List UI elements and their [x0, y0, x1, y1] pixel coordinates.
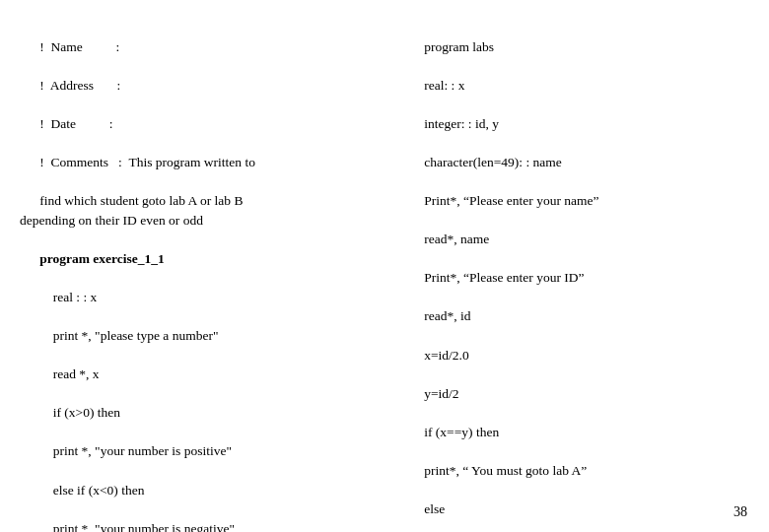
left-column: ! Name : ! Address : ! Date : ! Comments… — [20, 18, 394, 514]
right-line-5: Print*, “Please enter your name” — [424, 193, 598, 208]
right-line-10: y=id/2 — [424, 386, 458, 401]
page-number: 38 — [734, 504, 747, 520]
page-container: ! Name : ! Address : ! Date : ! Comments… — [0, 0, 769, 532]
comment-line-2: ! Address : — [39, 78, 120, 93]
right-line-2: real: : x — [424, 78, 464, 93]
code-line-7: print *, "your number is negative" — [39, 521, 235, 532]
right-line-4: character(len=49): : name — [424, 155, 562, 169]
right-line-13: else — [424, 501, 445, 516]
right-line-1: program labs — [424, 39, 494, 54]
comment-line-4: ! Comments : This program written to — [39, 155, 255, 169]
code-line-4: if (x>0) then — [39, 405, 120, 420]
code-line-6: else if (x<0) then — [39, 483, 144, 498]
right-column: program labs real: : x integer: : id, y … — [394, 18, 759, 514]
left-code-block: ! Name : ! Address : ! Date : ! Comments… — [20, 18, 384, 532]
right-line-6: read*, name — [424, 232, 489, 246]
right-line-11: if (x==y) then — [424, 425, 499, 439]
code-line-5: print *, "your number is positive" — [39, 443, 232, 458]
code-line-2: print *, "please type a number" — [39, 328, 218, 343]
right-line-9: x=id/2.0 — [424, 348, 469, 363]
right-code-block: program labs real: : x integer: : id, y … — [404, 18, 759, 532]
program-name: program exercise_1_1 — [39, 251, 165, 266]
code-line-3: read *, x — [39, 366, 99, 381]
right-line-8: read*, id — [424, 308, 470, 323]
comment-line-3: ! Date : — [39, 116, 112, 131]
description-line: find which student goto lab A or lab Bde… — [20, 193, 243, 228]
right-line-3: integer: : id, y — [424, 116, 499, 131]
code-line-1: real : : x — [39, 290, 97, 304]
right-line-7: Print*, “Please enter your ID” — [424, 270, 584, 285]
right-line-12: print*, “ You must goto lab A” — [424, 463, 587, 478]
comment-line-1: ! Name : — [39, 39, 119, 54]
